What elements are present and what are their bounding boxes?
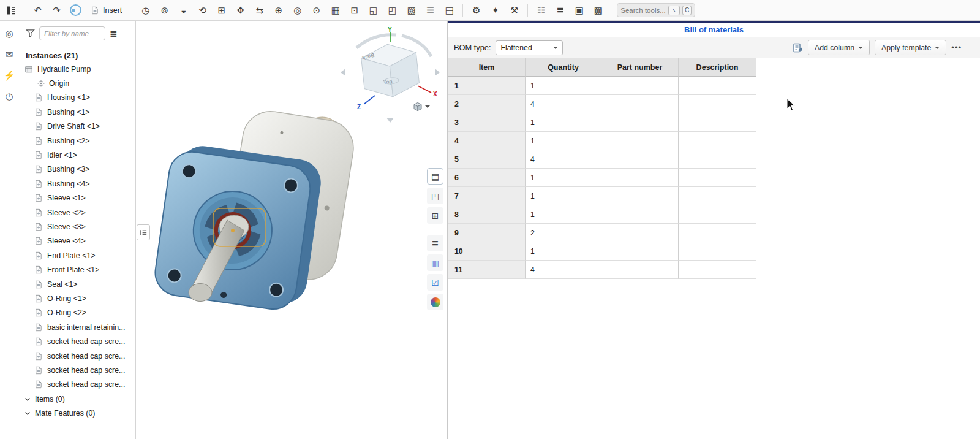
notebook-icon[interactable]: ▥ (427, 254, 443, 271)
tree-item-part[interactable]: Bushing <3> (18, 162, 135, 177)
bom-column-header[interactable]: Item (448, 58, 526, 77)
tree-item-part[interactable]: O-Ring <2> (18, 306, 135, 320)
bom-quantity-cell[interactable]: 1 (526, 132, 601, 150)
tree-item-part[interactable]: Bushing <2> (18, 134, 135, 148)
tree-item-part[interactable]: Sleeve <4> (18, 234, 135, 248)
render-studio-icon[interactable] (427, 294, 443, 310)
bom-part-number-cell[interactable] (601, 242, 679, 261)
bom-description-cell[interactable] (679, 77, 756, 95)
tree-item-assembly-root[interactable]: Hydraulic Pump (18, 62, 135, 76)
snapshot-icon[interactable]: ◰ (383, 2, 401, 19)
document-panel-icon[interactable] (2, 2, 20, 19)
bom-item-cell[interactable]: 7 (448, 187, 526, 205)
bom-part-number-cell[interactable] (601, 261, 679, 279)
planar-mate-icon[interactable]: ▦ (326, 2, 344, 19)
graphics-viewport[interactable]: Back Top Y X Z ▤◳⊞≣▥☑ (136, 21, 447, 439)
tree-item-part[interactable]: Idler <1> (18, 148, 135, 162)
tree-item-part[interactable]: Sleeve <2> (18, 205, 135, 220)
tree-item-part[interactable]: Housing <1> (18, 91, 135, 105)
configurations-icon[interactable]: ⊞ (427, 207, 443, 224)
bom-quantity-cell[interactable]: 1 (526, 169, 601, 187)
bom-type-select[interactable]: Flattened (496, 40, 563, 55)
explode-view-icon[interactable]: ◱ (364, 2, 382, 19)
cylindrical-mate-icon[interactable]: ⊙ (307, 2, 325, 19)
bom-description-cell[interactable] (679, 113, 756, 132)
bom-quantity-cell[interactable]: 4 (526, 150, 601, 169)
tree-section-header[interactable]: Mate Features (0) (18, 406, 135, 420)
tree-item-part[interactable]: socket head cap scre... (18, 349, 135, 363)
connections-icon[interactable]: ⚡ (1, 67, 17, 83)
tree-item-part[interactable]: End Plate <1> (18, 248, 135, 262)
bom-description-cell[interactable] (679, 169, 756, 187)
redo-button[interactable]: ↷ (48, 2, 66, 19)
bom-quantity-cell[interactable]: 1 (526, 187, 601, 205)
bom-description-cell[interactable] (679, 224, 756, 242)
tree-item-part[interactable]: basic internal retainin... (18, 320, 135, 334)
follow-mode-icon[interactable]: ◎ (1, 26, 17, 42)
bom-column-header[interactable]: Description (679, 58, 756, 77)
tree-item-part[interactable]: socket head cap scre... (18, 363, 135, 377)
bom-part-number-cell[interactable] (601, 113, 679, 132)
tree-section-header[interactable]: Items (0) (18, 392, 135, 406)
history-icon[interactable]: ◷ (1, 88, 17, 104)
bom-part-number-cell[interactable] (601, 132, 679, 150)
layers-icon[interactable]: ☷ (532, 2, 550, 19)
filter-input[interactable] (39, 26, 105, 40)
insert-button[interactable]: Insert (85, 2, 127, 19)
duplicate-icon[interactable]: ▣ (570, 2, 588, 19)
clock-icon[interactable]: ◷ (137, 2, 154, 19)
bom-item-cell[interactable]: 6 (448, 169, 526, 187)
bom-item-cell[interactable]: 5 (448, 150, 526, 169)
tree-item-part[interactable]: O-Ring <1> (18, 291, 135, 305)
undo-button[interactable]: ↶ (29, 2, 47, 19)
bom-quantity-cell[interactable]: 4 (526, 95, 601, 113)
view-options-button[interactable] (413, 102, 430, 112)
assembly-3d-model[interactable] (141, 98, 361, 343)
tree-item-part[interactable]: socket head cap scre... (18, 378, 135, 392)
bom-description-cell[interactable] (679, 205, 756, 224)
view-cube-body[interactable]: Back Top (360, 42, 420, 100)
revolve-tool-icon[interactable]: ⊚ (156, 2, 173, 19)
apply-template-button[interactable]: Apply template (875, 40, 946, 55)
comments-icon[interactable]: ✉ (1, 47, 17, 63)
tree-item-origin[interactable]: Origin (18, 76, 135, 90)
bom-description-cell[interactable] (679, 95, 756, 113)
bom-part-number-cell[interactable] (601, 205, 679, 224)
named-views-icon[interactable]: ▤ (440, 2, 458, 19)
bom-quantity-cell[interactable]: 1 (526, 205, 601, 224)
bom-quantity-cell[interactable]: 1 (526, 242, 601, 261)
tools-icon[interactable]: ⚒ (505, 2, 523, 19)
bom-description-cell[interactable] (679, 132, 756, 150)
bom-quantity-cell[interactable]: 1 (526, 77, 601, 95)
bom-description-cell[interactable] (679, 150, 756, 169)
feature-list-icon[interactable]: ≣ (427, 235, 443, 251)
sync-status-icon[interactable] (67, 2, 84, 19)
bom-description-cell[interactable] (679, 187, 756, 205)
add-column-button[interactable]: Add column (808, 40, 870, 55)
tree-item-part[interactable]: Sleeve <1> (18, 191, 135, 205)
move-tool-icon[interactable]: ✥ (232, 2, 249, 19)
pattern-tool-icon[interactable]: ⊞ (213, 2, 230, 19)
rotate-right-arrow[interactable] (435, 69, 440, 76)
bom-item-cell[interactable]: 11 (448, 261, 526, 279)
tasks-icon[interactable]: ☑ (427, 274, 443, 291)
bom-quantity-cell[interactable]: 2 (526, 224, 601, 242)
section-view-icon[interactable]: ◒ (175, 2, 192, 19)
bom-item-cell[interactable]: 2 (448, 95, 526, 113)
bom-item-cell[interactable]: 4 (448, 132, 526, 150)
appearance-icon[interactable]: ✦ (486, 2, 504, 19)
tree-item-part[interactable]: Sleeve <3> (18, 220, 135, 234)
bom-item-cell[interactable]: 9 (448, 224, 526, 242)
fastened-mate-icon[interactable]: ⊕ (270, 2, 287, 19)
structure-icon[interactable]: ☰ (421, 2, 439, 19)
gear-icon[interactable]: ⚙ (467, 2, 485, 19)
tree-item-part[interactable]: Seal <1> (18, 277, 135, 291)
tree-item-part[interactable]: Front Plate <1> (18, 262, 135, 277)
bom-part-number-cell[interactable] (601, 169, 679, 187)
rotate-left-arrow[interactable] (341, 69, 345, 76)
revolute-mate-icon[interactable]: ◎ (288, 2, 306, 19)
search-tools-input[interactable] (620, 7, 665, 14)
bom-item-cell[interactable]: 3 (448, 113, 526, 132)
bom-part-number-cell[interactable] (601, 224, 679, 242)
bom-part-number-cell[interactable] (601, 187, 679, 205)
